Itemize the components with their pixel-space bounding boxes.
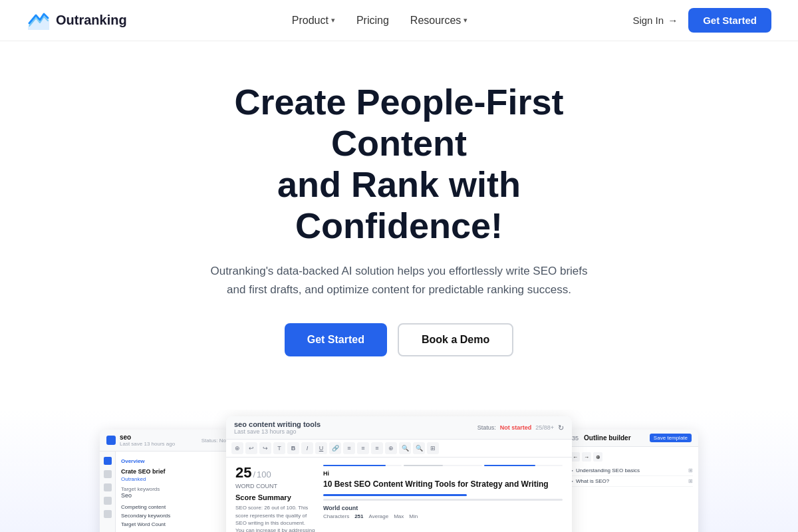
sidebar-icon-5 bbox=[104, 510, 112, 518]
target-kw-group: Target keywords Seo bbox=[121, 486, 227, 499]
toolbar-btn-9[interactable]: ≡ bbox=[343, 442, 355, 454]
left-panel-status: Status: No bbox=[201, 438, 226, 444]
right-score-badge: 35 bbox=[572, 435, 579, 442]
toc-item-target-wc[interactable]: Target Word Count bbox=[121, 520, 227, 529]
toolbar-btn-10[interactable]: ≡ bbox=[357, 442, 369, 454]
left-panel-title-group: seo Last save 13 hours ago bbox=[120, 434, 175, 447]
score-value: 25 bbox=[235, 464, 251, 481]
refresh-icon: ↻ bbox=[558, 424, 564, 432]
hero-book-demo-button[interactable]: Book a Demo bbox=[398, 323, 513, 356]
sidebar-icon-3 bbox=[104, 483, 112, 491]
world-count-label: World count bbox=[323, 505, 563, 511]
outline-item-1[interactable]: ▸ Understanding SEO basics ⊞ bbox=[571, 466, 693, 476]
center-panel-title: seo content writing tools bbox=[234, 420, 321, 428]
center-panel-subtitle: Last save 13 hours ago bbox=[234, 428, 321, 435]
right-panel-header: 35 Outline builder Save template bbox=[565, 430, 698, 447]
center-toolbar: ⊕ ↩ ↪ T B I U 🔗 ≡ ≡ ≡ ⊕ 🔍 🔍 ⊞ bbox=[226, 440, 572, 458]
target-kw-label: Target keywords bbox=[121, 486, 227, 492]
toolbar-btn-12[interactable]: ⊕ bbox=[385, 442, 397, 454]
get-started-nav-button[interactable]: Get Started bbox=[688, 8, 771, 33]
toolbar-btn-7[interactable]: U bbox=[315, 442, 327, 454]
brand-name: Outranking bbox=[56, 13, 127, 28]
chars-val: 251 bbox=[354, 513, 363, 519]
content-bars bbox=[323, 464, 563, 466]
right-panel-body: ← → ⊕ ▸ Understanding SEO basics ⊞ ▸ Wha… bbox=[565, 447, 698, 492]
screenshot-container: seo Last save 13 hours ago Status: No Ov… bbox=[100, 416, 698, 532]
toolbar-btn-4[interactable]: T bbox=[273, 442, 285, 454]
screenshot-area: seo Last save 13 hours ago Status: No Ov… bbox=[0, 410, 798, 532]
sidebar-icon-4 bbox=[104, 497, 112, 505]
toolbar-btn-3[interactable]: ↪ bbox=[259, 442, 271, 454]
score-total: 100 bbox=[257, 469, 271, 479]
score-section: 25 / 100 WORD COUNT Score Summary SEO sc… bbox=[235, 464, 315, 532]
nav-actions: Sign In → Get Started bbox=[632, 8, 771, 33]
nav-links: Product ▾ Pricing Resources ▾ bbox=[292, 15, 468, 27]
toolbar-btn-1[interactable]: ⊕ bbox=[231, 442, 243, 454]
navbar: Outranking Product ▾ Pricing Resources ▾… bbox=[0, 0, 798, 41]
left-panel-title: seo bbox=[120, 434, 175, 441]
right-header-left: 35 Outline builder bbox=[572, 434, 631, 442]
bar-2 bbox=[404, 465, 482, 466]
left-panel-subtitle: Last save 13 hours ago bbox=[120, 441, 175, 447]
logo-link[interactable]: Outranking bbox=[27, 9, 127, 33]
nav-resources[interactable]: Resources ▾ bbox=[410, 15, 467, 27]
toc-item-secondary[interactable]: Secondary keywords bbox=[121, 511, 227, 520]
center-panel-title-group: seo content writing tools Last save 13 h… bbox=[234, 420, 321, 435]
center-panel: seo content writing tools Last save 13 h… bbox=[226, 416, 572, 532]
bar-1 bbox=[323, 465, 402, 466]
min-label: Min bbox=[409, 513, 418, 519]
outline-expand-1: ⊞ bbox=[688, 467, 693, 473]
sign-in-button[interactable]: Sign In → bbox=[632, 15, 678, 26]
target-kw-val: Seo bbox=[121, 492, 227, 499]
brief-sub: Outranked bbox=[121, 476, 227, 482]
bar-3 bbox=[484, 465, 563, 466]
score-label: WORD COUNT bbox=[235, 483, 315, 489]
outline-text-2: What is SEO? bbox=[576, 478, 609, 484]
toc-item-competing[interactable]: Competing content bbox=[121, 503, 227, 511]
content-section: Hi 10 Best SEO Content Writing Tools for… bbox=[323, 464, 563, 532]
status-label: Status: bbox=[477, 424, 496, 431]
toolbar-btn-2[interactable]: ↩ bbox=[245, 442, 257, 454]
toc-item-overview[interactable]: Overview bbox=[121, 457, 227, 466]
score-separator: / bbox=[253, 469, 255, 479]
max-label: Max bbox=[394, 513, 404, 519]
hi-label: Hi bbox=[323, 470, 563, 477]
toolbar-btn-8[interactable]: 🔗 bbox=[329, 442, 341, 454]
sidebar-icons bbox=[100, 452, 116, 532]
hero-section: Create People-First Content and Rank wit… bbox=[0, 41, 798, 410]
content-title: 10 Best SEO Content Writing Tools for St… bbox=[323, 479, 563, 490]
toolbar-btn-15[interactable]: ⊞ bbox=[427, 442, 439, 454]
right-toolbar-btn-2[interactable]: → bbox=[582, 452, 591, 462]
left-panel-sidebar: Overview Crate SEO brief Outranked Targe… bbox=[100, 452, 233, 532]
content-bar-filled bbox=[323, 494, 467, 496]
outline-text-1: Understanding SEO basics bbox=[576, 467, 640, 473]
right-toolbar-btn-3[interactable]: ⊕ bbox=[593, 452, 602, 462]
score-badge: 25/88+ bbox=[535, 424, 554, 431]
center-topbar: seo content writing tools Last save 13 h… bbox=[226, 416, 572, 440]
hero-title: Create People-First Content and Rank wit… bbox=[173, 81, 625, 246]
toolbar-btn-14[interactable]: 🔍 bbox=[413, 442, 425, 454]
right-panel-title: Outline builder bbox=[584, 434, 631, 442]
nav-pricing[interactable]: Pricing bbox=[356, 15, 389, 27]
right-toolbar: ← → ⊕ bbox=[571, 452, 693, 462]
toolbar-btn-11[interactable]: ≡ bbox=[371, 442, 383, 454]
outline-item-2[interactable]: ▸ What is SEO? ⊞ bbox=[571, 476, 693, 487]
right-toolbar-btn-1[interactable]: ← bbox=[571, 452, 580, 462]
toolbar-btn-13[interactable]: 🔍 bbox=[399, 442, 411, 454]
sidebar-icon-1 bbox=[104, 457, 112, 465]
save-template-button[interactable]: Save template bbox=[650, 434, 692, 442]
hero-get-started-button[interactable]: Get Started bbox=[285, 323, 387, 356]
score-desc: SEO score: 26 out of 100. This score rep… bbox=[235, 504, 315, 532]
brief-title: Crate SEO brief bbox=[121, 468, 227, 475]
left-panel-content: Overview Crate SEO brief Outranked Targe… bbox=[116, 452, 233, 532]
left-panel-items: Competing content Secondary keywords Tar… bbox=[121, 503, 227, 529]
toolbar-btn-6[interactable]: I bbox=[301, 442, 313, 454]
arrow-right-icon: → bbox=[668, 15, 678, 26]
hero-subtitle: Outranking's data-backed AI solution hel… bbox=[206, 262, 592, 299]
nav-product[interactable]: Product ▾ bbox=[292, 15, 335, 27]
hero-buttons: Get Started Book a Demo bbox=[27, 323, 771, 356]
outline-expand-2: ⊞ bbox=[688, 478, 693, 484]
toolbar-btn-5[interactable]: B bbox=[287, 442, 299, 454]
center-topbar-right: Status: Not started 25/88+ ↻ bbox=[477, 424, 564, 432]
mini-logo-icon bbox=[106, 436, 116, 445]
